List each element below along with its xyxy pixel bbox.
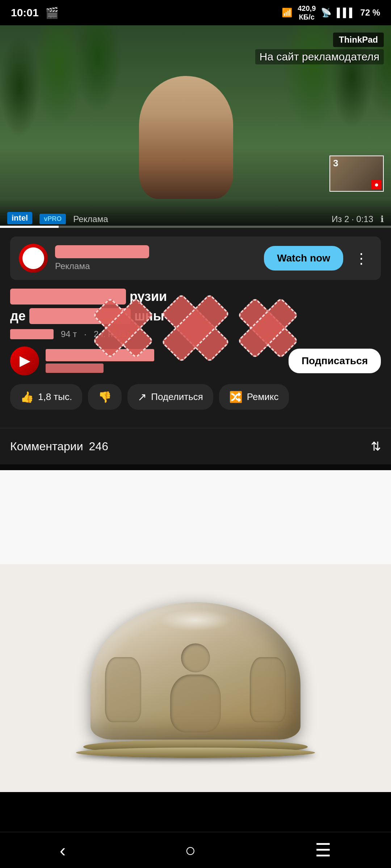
dome-body xyxy=(91,602,300,740)
bottom-nav: ‹ ○ ☰ xyxy=(0,832,391,868)
divider xyxy=(0,464,391,470)
white-space xyxy=(0,470,391,564)
dome-etching xyxy=(141,643,250,737)
ad-avatar xyxy=(19,244,48,273)
title-partial-3: шны xyxy=(134,309,164,324)
channel-subscribe-area: ▶ Подписаться xyxy=(10,346,381,375)
wifi-icon: 📡 xyxy=(321,8,332,18)
dislike-button[interactable]: 👎 xyxy=(88,384,122,410)
channel-subs xyxy=(46,363,104,373)
title-partial-2: де xyxy=(10,309,26,324)
dislike-icon: 👎 xyxy=(98,391,112,403)
share-button[interactable]: ↗ Поделиться xyxy=(127,384,213,410)
comments-section: Комментарии 246 ⇅ xyxy=(0,428,391,464)
dome-highlight xyxy=(159,609,232,631)
action-row: 👍 1,8 тыс. 👎 ↗ Поделиться 🔀 Ремикс xyxy=(10,384,381,410)
ad-bottom-bar: intel vPRO Реклама Из 2 · 0:13 ℹ xyxy=(0,199,391,228)
more-options-button[interactable]: ⋮ xyxy=(350,250,372,267)
meta-views: 94 т xyxy=(61,329,77,339)
ad-card: Реклама Watch now ⋮ xyxy=(10,237,381,280)
comments-label: Комментарии xyxy=(10,440,83,453)
remix-button[interactable]: 🔀 Ремикс xyxy=(219,384,289,410)
watch-now-button[interactable]: Watch now xyxy=(264,246,343,271)
video-person xyxy=(139,76,233,199)
comments-header: Комментарии 246 xyxy=(10,440,108,453)
product-image-wrapper xyxy=(69,579,322,778)
dome-plate xyxy=(76,748,315,758)
sort-icon[interactable]: ⇅ xyxy=(371,439,381,454)
status-right: 📶 420,9КБ/с 📡 ▌▌▌ 72 % xyxy=(282,4,380,21)
remix-icon: 🔀 xyxy=(229,391,243,403)
video-title-section: рузии де шны xyxy=(10,289,381,324)
thumbnail-preview[interactable]: 3 ● xyxy=(329,156,384,192)
signal-icon: 📶 xyxy=(282,8,293,18)
home-button[interactable]: ○ xyxy=(171,836,210,864)
ad-avatar-inner xyxy=(22,247,44,269)
video-player[interactable]: ThinkPad На сайт рекламодателя 3 ● intel… xyxy=(0,25,391,228)
like-count: 1,8 тыс. xyxy=(38,391,72,403)
ad-text-block: Реклама xyxy=(55,245,257,271)
video-meta: 94 т · 2 г. назад xyxy=(10,329,381,339)
info-icon[interactable]: ℹ xyxy=(381,214,384,224)
channel-row: ▶ Подписаться xyxy=(10,346,381,375)
menu-button[interactable]: ☰ xyxy=(300,836,346,864)
channel-name xyxy=(46,349,154,361)
comments-count: 246 xyxy=(89,440,108,453)
bars-icon: ▌▌▌ xyxy=(337,8,355,18)
like-button[interactable]: 👍 1,8 тыс. xyxy=(10,384,82,410)
ad-counter: Из 2 · 0:13 xyxy=(332,214,373,224)
subscribe-button[interactable]: Подписаться xyxy=(289,349,381,373)
ad-top-bar: ThinkPad На сайт рекламодателя xyxy=(255,33,384,64)
back-button[interactable]: ‹ xyxy=(45,836,80,864)
meta-dot: · xyxy=(84,329,87,339)
product-area xyxy=(0,564,391,792)
channel-info xyxy=(46,349,282,373)
red-badge: ● xyxy=(371,180,382,190)
channel-avatar: ▶ xyxy=(10,346,39,375)
battery-text: 72 % xyxy=(360,8,380,18)
share-label: Поделиться xyxy=(151,391,203,403)
dome-product xyxy=(91,602,300,754)
app-icon: 🎬 xyxy=(45,7,59,19)
remix-label: Ремикс xyxy=(247,391,279,403)
ad-channel-name xyxy=(55,245,149,258)
santa-body xyxy=(170,675,221,732)
intel-logo: intel xyxy=(7,212,32,224)
vpro-logo: vPRO xyxy=(39,214,66,224)
advertiser-link[interactable]: На сайт рекламодателя xyxy=(255,49,384,64)
meta-time: 2 г. назад xyxy=(94,329,131,339)
ad-label: Реклама xyxy=(73,214,108,224)
thumb-number: 3 xyxy=(333,158,338,169)
side-figure-left xyxy=(105,657,141,722)
like-icon: 👍 xyxy=(20,391,34,403)
video-info-section: Реклама Watch now ⋮ рузии де шны 94 т · … xyxy=(0,228,391,428)
side-figure-right xyxy=(250,657,286,722)
title-partial-1: рузии xyxy=(130,289,167,304)
ad-tag-label: Реклама xyxy=(55,261,257,271)
share-icon: ↗ xyxy=(138,391,147,403)
views-blur xyxy=(10,329,54,339)
status-bar: 10:01 🎬 📶 420,9КБ/с 📡 ▌▌▌ 72 % xyxy=(0,0,391,25)
thinkpad-logo: ThinkPad xyxy=(333,33,384,47)
speed-text: 420,9КБ/с xyxy=(298,4,316,21)
status-time: 10:01 xyxy=(11,7,39,19)
status-left: 10:01 🎬 xyxy=(11,7,59,19)
santa-head xyxy=(181,643,210,672)
